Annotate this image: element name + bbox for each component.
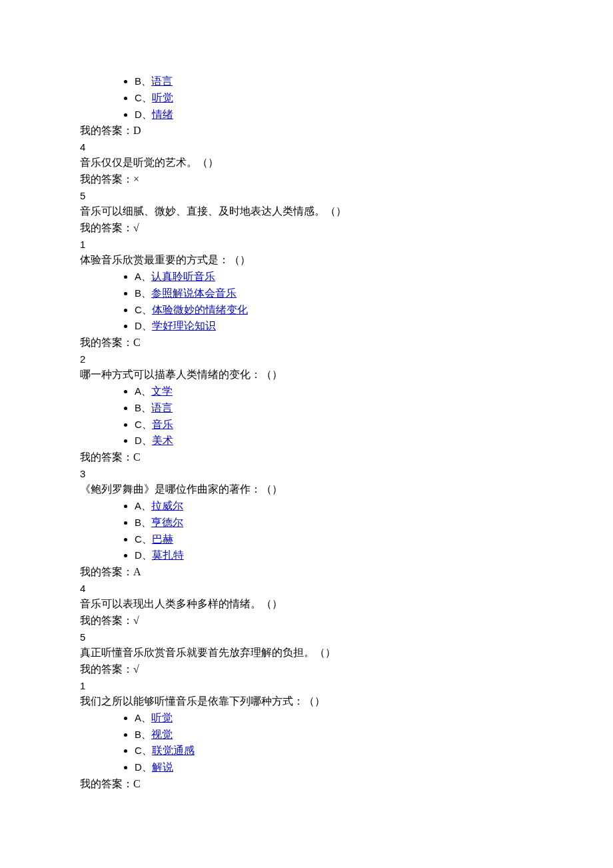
option-label: C、 [135, 304, 152, 315]
option-link[interactable]: 语言 [151, 75, 173, 87]
option-label: C、 [135, 745, 152, 756]
option-link[interactable]: 解说 [152, 761, 173, 773]
question-text: 音乐仅仅是听觉的艺术。（） [80, 155, 533, 171]
document-content: B、语言 C、听觉 D、情绪 我的答案：D 4 音乐仅仅是听觉的艺术。（） 我的… [80, 73, 533, 793]
option-list: A、听觉 B、视觉 C、联觉通感 D、解说 [80, 710, 533, 776]
option-item: B、视觉 [135, 727, 533, 743]
question-text: 音乐可以细腻、微妙、直接、及时地表达人类情感。（） [80, 203, 533, 220]
answer-text: 我的答案：× [80, 171, 533, 188]
option-link[interactable]: 参照解说体会音乐 [151, 287, 237, 299]
option-label: D、 [135, 549, 152, 561]
question-number: 2 [80, 351, 533, 367]
option-label: B、 [135, 287, 151, 299]
question-number: 3 [80, 466, 533, 481]
option-label: A、 [135, 500, 151, 511]
option-link[interactable]: 语言 [151, 402, 173, 413]
option-link[interactable]: 听觉 [152, 92, 173, 103]
option-item: A、拉威尔 [135, 498, 533, 515]
option-item: C、音乐 [135, 417, 533, 433]
option-label: A、 [135, 271, 151, 282]
option-item: D、莫扎特 [135, 547, 533, 564]
option-link[interactable]: 巴赫 [152, 533, 173, 545]
option-link[interactable]: 拉威尔 [151, 500, 183, 511]
question-text: 我们之所以能够听懂音乐是依靠下列哪种方式：（） [80, 693, 533, 710]
option-list: B、语言 C、听觉 D、情绪 [80, 73, 533, 123]
option-item: B、参照解说体会音乐 [135, 285, 533, 302]
option-label: D、 [135, 761, 152, 773]
option-label: D、 [135, 435, 152, 446]
option-link[interactable]: 视觉 [151, 729, 173, 740]
option-list: A、拉威尔 B、亨德尔 C、巴赫 D、莫扎特 [80, 498, 533, 564]
option-item: C、巴赫 [135, 531, 533, 548]
option-link[interactable]: 亨德尔 [151, 517, 183, 528]
question-number: 4 [80, 581, 533, 596]
question-number: 1 [80, 678, 533, 693]
question-text: 《鲍列罗舞曲》是哪位作曲家的著作：（） [80, 481, 533, 498]
option-label: B、 [135, 729, 151, 740]
option-label: B、 [135, 75, 151, 87]
option-label: B、 [135, 517, 151, 528]
answer-text: 我的答案：C [80, 449, 533, 466]
question-number: 1 [80, 237, 533, 252]
option-list: A、文学 B、语言 C、音乐 D、美术 [80, 383, 533, 449]
option-label: C、 [135, 533, 152, 545]
option-item: D、学好理论知识 [135, 318, 533, 335]
option-item: B、亨德尔 [135, 515, 533, 531]
option-item: D、美术 [135, 433, 533, 449]
question-text: 哪一种方式可以描摹人类情绪的变化：（） [80, 367, 533, 383]
option-link[interactable]: 学好理论知识 [152, 320, 216, 331]
question-number: 5 [80, 188, 533, 203]
question-number: 4 [80, 139, 533, 155]
answer-text: 我的答案：A [80, 564, 533, 581]
option-label: A、 [135, 385, 151, 397]
option-link[interactable]: 莫扎特 [152, 549, 184, 561]
option-label: C、 [135, 92, 152, 103]
option-link[interactable]: 音乐 [152, 419, 173, 430]
option-list: A、认真聆听音乐 B、参照解说体会音乐 C、体验微妙的情绪变化 D、学好理论知识 [80, 269, 533, 335]
option-item: B、语言 [135, 73, 533, 90]
answer-text: 我的答案：D [80, 123, 533, 139]
option-item: A、认真聆听音乐 [135, 269, 533, 285]
answer-text: 我的答案：√ [80, 613, 533, 629]
option-item: D、情绪 [135, 107, 533, 123]
answer-text: 我的答案：C [80, 335, 533, 351]
option-label: C、 [135, 419, 152, 430]
option-item: C、听觉 [135, 90, 533, 107]
option-label: D、 [135, 320, 152, 331]
option-label: D、 [135, 109, 152, 120]
option-item: C、联觉通感 [135, 743, 533, 759]
option-link[interactable]: 美术 [152, 435, 173, 446]
option-link[interactable]: 认真聆听音乐 [151, 271, 215, 282]
option-label: A、 [135, 712, 151, 723]
answer-text: 我的答案：√ [80, 661, 533, 678]
answer-text: 我的答案：√ [80, 220, 533, 237]
answer-text: 我的答案：C [80, 776, 533, 793]
option-item: C、体验微妙的情绪变化 [135, 302, 533, 319]
option-item: A、文学 [135, 383, 533, 400]
option-link[interactable]: 文学 [151, 385, 173, 397]
option-item: B、语言 [135, 400, 533, 417]
option-link[interactable]: 联觉通感 [152, 745, 195, 756]
question-number: 5 [80, 629, 533, 645]
option-item: D、解说 [135, 759, 533, 776]
option-label: B、 [135, 402, 151, 413]
option-link[interactable]: 听觉 [151, 712, 173, 723]
question-text: 音乐可以表现出人类多种多样的情绪。（） [80, 596, 533, 613]
question-text: 体验音乐欣赏最重要的方式是：（） [80, 252, 533, 269]
question-text: 真正听懂音乐欣赏音乐就要首先放弃理解的负担。（） [80, 645, 533, 661]
option-link[interactable]: 体验微妙的情绪变化 [152, 304, 248, 315]
option-link[interactable]: 情绪 [152, 109, 173, 120]
option-item: A、听觉 [135, 710, 533, 727]
